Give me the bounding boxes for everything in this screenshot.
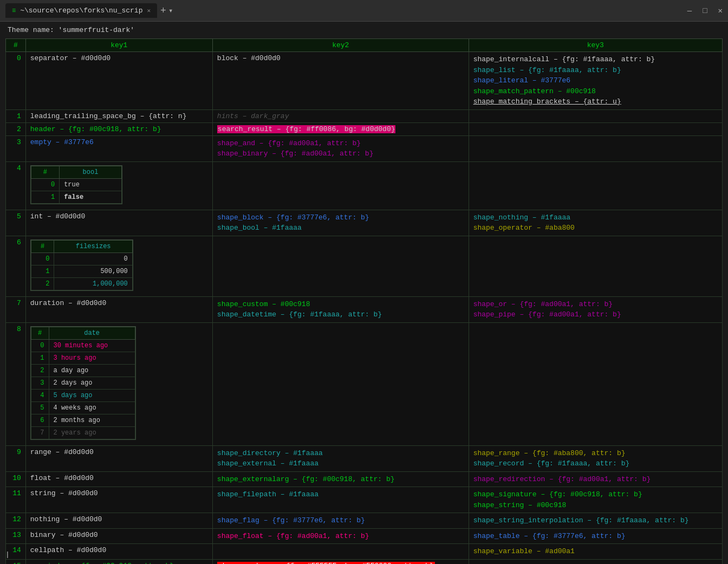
tab-close-button[interactable]: ✕ [147, 7, 151, 14]
table-row: 9 range – #d0d0d0 shape_directory – #1fa… [6, 445, 723, 471]
table-row: 0 separator – #d0d0d0 block – #d0d0d0 sh… [6, 52, 723, 110]
table-row: 8 # date 0 [6, 322, 723, 445]
table-row: 14 cellpath – #d0d0d0 shape_variable – #… [6, 544, 723, 560]
data-table: # key1 key2 key3 0 separator – #d0d0d0 b… [5, 38, 723, 564]
table-row: 1 leading_trailing_space_bg – {attr: n} … [6, 109, 723, 122]
table-row: 6 2 months ago [31, 414, 135, 426]
table-row: 3 empty – #3777e6 shape_and – {fg: #ad00… [6, 135, 723, 161]
table-row: 6 # filesizes 0 [6, 236, 723, 296]
tab-chevron[interactable]: ▾ [168, 6, 173, 15]
table-row: 5 4 weeks ago [31, 401, 135, 414]
table-row: 5 int – #d0d0d0 shape_block – {fg: #3777… [6, 210, 723, 236]
cursor-indicator: | [5, 550, 10, 559]
table-header-row: # key1 key2 key3 [6, 39, 723, 52]
table-row: 2 1,000,000 [31, 277, 132, 290]
table-row: 11 string – #d0d0d0 shape_filepath – #1f… [6, 487, 723, 513]
table-row: 2 header – {fg: #00c918, attr: b} search… [6, 122, 723, 135]
tab-label: ~\source\repos\forks\nu_scrip [20, 7, 142, 15]
table-row: 0 30 minutes ago [31, 339, 135, 352]
titlebar: ≡ ~\source\repos\forks\nu_scrip ✕ + ▾ — … [0, 0, 728, 22]
maximize-button[interactable]: □ [703, 7, 707, 15]
bool-table: # bool 0 true 1 [30, 165, 122, 204]
table-row: 4 # bool 0 [6, 161, 723, 210]
table-row: 15 row_index – {fg: #00c918, attr: b} sh… [6, 559, 723, 564]
theme-name-line: Theme name: 'summerfruit-dark' [0, 22, 728, 38]
table-row: 0 true [31, 178, 121, 191]
window-controls: — □ ✕ [687, 6, 723, 15]
date-table: # date 0 30 minutes ago 1 [30, 326, 136, 440]
table-row: 13 binary – #d0d0d0 shape_float – {fg: #… [6, 528, 723, 544]
col-key1: key1 [25, 39, 212, 52]
col-hash: # [6, 39, 26, 52]
tab[interactable]: ≡ ~\source\repos\forks\nu_scrip ✕ [5, 3, 157, 18]
new-tab-button[interactable]: + [160, 5, 166, 16]
table-row: 4 5 days ago [31, 389, 135, 401]
table-row: 0 0 [31, 252, 132, 265]
table-row: 7 2 years ago [31, 426, 135, 439]
minimize-button[interactable]: — [687, 7, 692, 15]
table-row: 7 duration – #d0d0d0 shape_custom – #00c… [6, 296, 723, 322]
table-row: 2 a day ago [31, 364, 135, 377]
table-row: 3 2 days ago [31, 377, 135, 389]
table-row: 12 nothing – #d0d0d0 shape_flag – {fg: #… [6, 513, 723, 529]
table-row: 1 3 hours ago [31, 352, 135, 364]
col-key2: key2 [212, 39, 469, 52]
table-row: 1 500,000 [31, 265, 132, 277]
col-key3: key3 [469, 39, 722, 52]
main-content: # key1 key2 key3 0 separator – #d0d0d0 b… [0, 38, 728, 564]
terminal-icon: ≡ [12, 7, 16, 15]
table-row: 10 float – #d0d0d0 shape_externalarg – {… [6, 471, 723, 487]
filesizes-table: # filesizes 0 0 1 [30, 239, 133, 291]
close-button[interactable]: ✕ [718, 6, 723, 15]
table-row: 1 false [31, 191, 121, 203]
